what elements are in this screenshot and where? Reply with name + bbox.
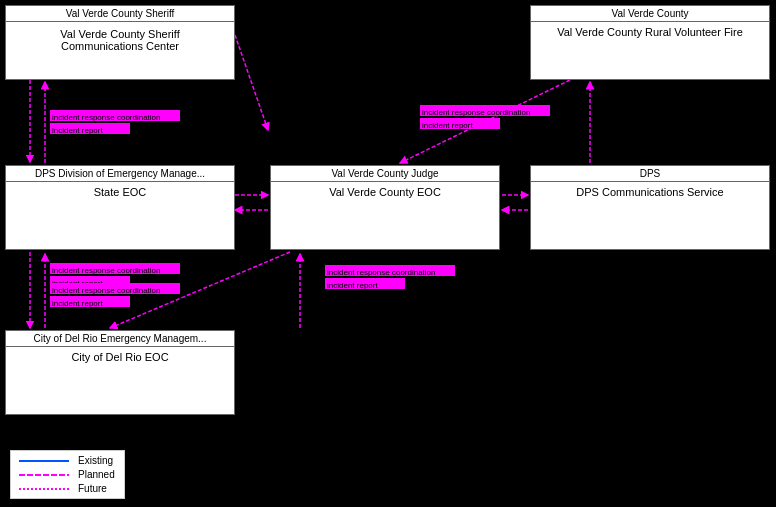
node-val-verde-county: Val Verde County Val Verde County Rural … (530, 5, 770, 80)
svg-rect-9 (420, 105, 550, 116)
svg-rect-23 (325, 278, 405, 289)
svg-line-25 (110, 252, 290, 328)
node-city-del-rio-body: City of Del Rio EOC (6, 347, 234, 367)
svg-text:incident report: incident report (422, 121, 473, 130)
node-dps-division-header: DPS Division of Emergency Manage... (6, 166, 234, 182)
node-dps: DPS DPS Communications Service (530, 165, 770, 250)
svg-text:incident report: incident report (52, 126, 103, 135)
svg-text:incident response coordination: incident response coordination (52, 286, 161, 295)
node-val-verde-judge: Val Verde County Judge Val Verde County … (270, 165, 500, 250)
svg-line-6 (235, 35, 268, 130)
svg-rect-31 (50, 296, 130, 307)
svg-rect-4 (50, 123, 130, 134)
legend-existing-label: Existing (77, 455, 114, 466)
node-val-verde-judge-body: Val Verde County EOC (271, 182, 499, 202)
node-dps-division: DPS Division of Emergency Manage... Stat… (5, 165, 235, 250)
svg-rect-11 (420, 118, 500, 129)
legend-planned-label: Planned (77, 469, 116, 480)
diagram-container: incident response coordination incident … (0, 0, 776, 507)
node-val-verde-judge-header: Val Verde County Judge (271, 166, 499, 182)
node-dps-header: DPS (531, 166, 769, 182)
node-city-del-rio: City of Del Rio Emergency Managem... Cit… (5, 330, 235, 415)
svg-rect-21 (325, 265, 455, 276)
svg-rect-15 (50, 263, 180, 274)
svg-text:incident report: incident report (52, 279, 103, 288)
node-dps-body: DPS Communications Service (531, 182, 769, 202)
node-dps-division-body: State EOC (6, 182, 234, 202)
legend: Existing Planned Future (10, 450, 125, 499)
node-val-verde-county-body: Val Verde County Rural Volunteer Fire (531, 22, 769, 42)
legend-future-label: Future (77, 483, 108, 494)
svg-text:incident report: incident report (52, 299, 103, 308)
svg-text:incident response coordination: incident response coordination (422, 108, 531, 117)
node-val-verde-county-header: Val Verde County (531, 6, 769, 22)
svg-rect-17 (50, 276, 130, 287)
legend-item-planned: Planned (19, 469, 116, 480)
node-val-verde-sheriff-header: Val Verde County Sheriff (6, 6, 234, 22)
svg-text:incident response coordination: incident response coordination (52, 113, 161, 122)
svg-text:incident report: incident report (327, 281, 378, 290)
node-city-del-rio-header: City of Del Rio Emergency Managem... (6, 331, 234, 347)
node-val-verde-sheriff-body: Val Verde County SheriffCommunications C… (6, 22, 234, 58)
svg-rect-29 (50, 283, 180, 294)
svg-line-7 (400, 80, 570, 163)
node-val-verde-sheriff: Val Verde County Sheriff Val Verde Count… (5, 5, 235, 80)
legend-item-future: Future (19, 483, 116, 494)
svg-text:incident response coordination: incident response coordination (52, 266, 161, 275)
svg-text:incident response coordination: incident response coordination (327, 268, 436, 277)
svg-rect-2 (50, 110, 180, 121)
legend-item-existing: Existing (19, 455, 116, 466)
